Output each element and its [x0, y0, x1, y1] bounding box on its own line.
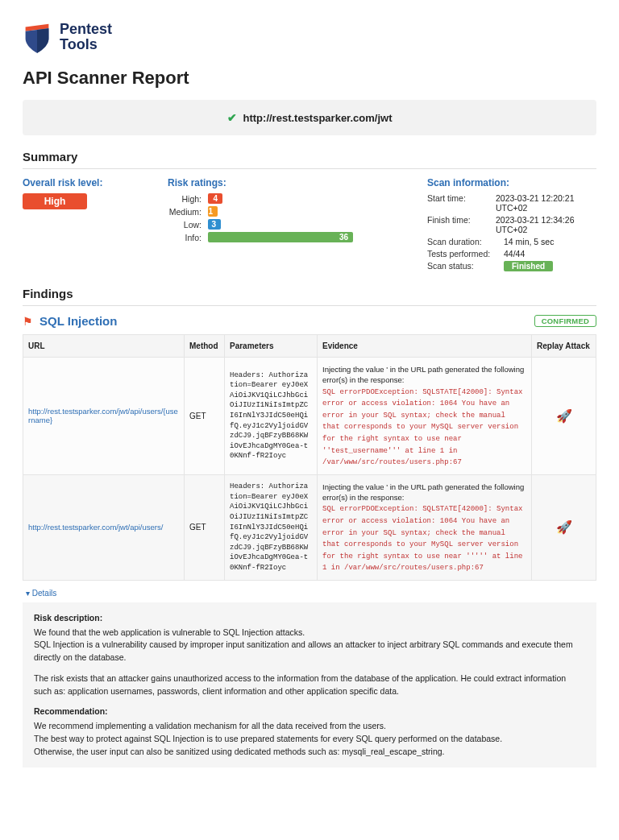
- scan-finish: 2023-03-21 12:34:26 UTC+02: [496, 215, 596, 234]
- th-method: Method: [185, 335, 225, 358]
- rating-info-bar: 36: [208, 232, 353, 242]
- rating-medium-bar: 1: [208, 206, 218, 217]
- rating-info-label: Info:: [168, 233, 201, 242]
- th-url: URL: [23, 335, 185, 358]
- table-row: http://rest.testsparker.com/jwt/api/user…: [23, 474, 596, 580]
- rating-high-bar: 4: [208, 193, 222, 204]
- scan-heading: Scan information:: [427, 177, 596, 188]
- th-evidence: Evidence: [318, 335, 532, 358]
- flag-icon: ⚑: [23, 315, 33, 328]
- th-replay: Replay Attack: [532, 335, 596, 358]
- brand-line2: Tools: [60, 37, 112, 52]
- finding-params: Headers: Authorization=Bearer eyJ0eXAiOi…: [225, 358, 318, 475]
- replay-icon[interactable]: 🚀: [556, 520, 572, 534]
- rating-low-label: Low:: [168, 220, 201, 230]
- finding-method: GET: [185, 474, 225, 580]
- overall-label: Overall risk level:: [23, 177, 152, 188]
- scan-status-label: Scan status:: [427, 261, 504, 271]
- target-bar: ✔ http://rest.testsparker.com/jwt: [23, 100, 596, 135]
- scan-tests: 44/44: [504, 249, 525, 259]
- finding-evidence: Injecting the value ' in the URL path ge…: [318, 474, 532, 580]
- target-url: http://rest.testsparker.com/jwt: [243, 112, 393, 124]
- shield-icon: [23, 19, 52, 55]
- table-row: http://rest.testsparker.com/jwt/api/user…: [23, 358, 596, 475]
- scan-tests-label: Tests performed:: [427, 249, 504, 259]
- finding-name[interactable]: SQL Injection: [39, 314, 117, 328]
- recommendation-heading: Recommendation:: [34, 706, 585, 718]
- scan-start-label: Start time:: [427, 193, 496, 213]
- summary-heading: Summary: [23, 150, 596, 163]
- confirmed-badge: CONFIRMED: [534, 315, 596, 327]
- brand-logo: Pentest Tools: [23, 19, 596, 55]
- scan-duration-label: Scan duration:: [427, 237, 504, 246]
- findings-table: URL Method Parameters Evidence Replay At…: [23, 334, 596, 581]
- risk-desc-heading: Risk description:: [34, 612, 585, 625]
- report-title: API Scanner Report: [23, 68, 596, 89]
- finding-url-link[interactable]: http://rest.testsparker.com/jwt/api/user…: [28, 407, 178, 424]
- th-params: Parameters: [225, 335, 318, 358]
- finding-evidence: Injecting the value ' in the URL path ge…: [318, 358, 532, 475]
- check-icon: ✔: [227, 111, 237, 124]
- overall-risk-badge: High: [23, 193, 87, 209]
- rating-high-label: High:: [168, 194, 201, 204]
- finding-method: GET: [185, 358, 225, 475]
- scan-duration: 14 min, 5 sec: [504, 237, 554, 246]
- rating-medium-label: Medium:: [168, 207, 201, 217]
- rating-low-bar: 3: [208, 219, 221, 230]
- details-toggle[interactable]: ▾ Details: [26, 589, 596, 598]
- finding-params: Headers: Authorization=Bearer eyJ0eXAiOi…: [225, 474, 318, 580]
- finding-url-link[interactable]: http://rest.testsparker.com/jwt/api/user…: [28, 523, 163, 532]
- details-box: Risk description: We found that the web …: [23, 602, 596, 768]
- scan-finish-label: Finish time:: [427, 215, 496, 234]
- scan-start: 2023-03-21 12:20:21 UTC+02: [496, 193, 596, 213]
- ratings-heading: Risk ratings:: [168, 177, 411, 188]
- findings-heading: Findings: [23, 287, 596, 300]
- replay-icon[interactable]: 🚀: [556, 409, 572, 423]
- scan-status: Finished: [504, 261, 553, 271]
- brand-line1: Pentest: [60, 22, 112, 37]
